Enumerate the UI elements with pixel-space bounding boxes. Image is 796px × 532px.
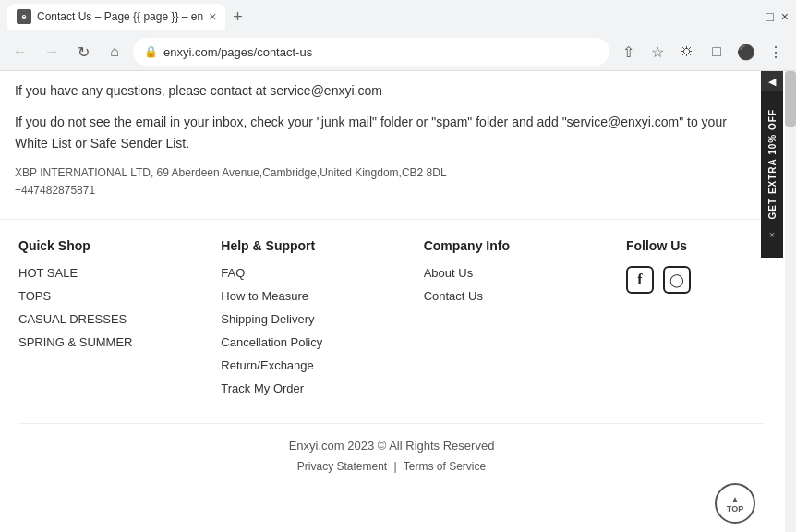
terms-of-service-link[interactable]: Terms of Service bbox=[404, 460, 486, 473]
quick-shop-casual-dresses[interactable]: CASUAL DRESSES bbox=[18, 312, 157, 326]
side-banner[interactable]: GET EXTRA 10% OFF × bbox=[761, 91, 783, 258]
side-banner-text: GET EXTRA 10% OFF bbox=[767, 109, 778, 219]
new-tab-button[interactable]: + bbox=[229, 7, 247, 27]
footer-follow-us: Follow Us f ◯ bbox=[626, 238, 765, 405]
quick-shop-hot-sale[interactable]: HOT SALE bbox=[18, 266, 157, 280]
help-track-order[interactable]: Track My Order bbox=[221, 381, 359, 395]
contact-text-2: If you do not see the email in your inbo… bbox=[15, 112, 761, 153]
menu-icon[interactable]: ⋮ bbox=[763, 39, 789, 65]
contact-address: XBP INTERNATIONAL LTD, 69 Aberdeen Avenu… bbox=[15, 164, 761, 200]
quick-shop-spring-summer[interactable]: SPRING & SUMMER bbox=[18, 335, 157, 349]
browser-tab[interactable]: e Contact Us – Page {{ page }} – en × bbox=[7, 4, 225, 30]
help-faq[interactable]: FAQ bbox=[221, 266, 359, 280]
social-links: f ◯ bbox=[626, 266, 765, 294]
profile-icon[interactable]: ⚫ bbox=[733, 39, 759, 65]
split-view-icon[interactable]: □ bbox=[704, 39, 730, 65]
back-button[interactable]: ← bbox=[7, 39, 33, 65]
privacy-statement-link[interactable]: Privacy Statement bbox=[297, 460, 387, 473]
share-icon[interactable]: ⇧ bbox=[615, 39, 641, 65]
footer-quick-shop: Quick Shop HOT SALE TOPS CASUAL DRESSES … bbox=[18, 238, 157, 405]
side-banner-container: ◀ GET EXTRA 10% OFF × bbox=[761, 71, 783, 258]
scrollbar[interactable] bbox=[785, 71, 796, 532]
help-return-exchange[interactable]: Return/Exchange bbox=[221, 358, 359, 372]
footer-help-support: Help & Support FAQ How to Measure Shippi… bbox=[221, 238, 359, 405]
side-banner-close[interactable]: × bbox=[769, 229, 775, 240]
help-cancellation-policy[interactable]: Cancellation Policy bbox=[221, 335, 359, 349]
help-how-to-measure[interactable]: How to Measure bbox=[221, 289, 359, 303]
browser-chrome: e Contact Us – Page {{ page }} – en × + … bbox=[0, 0, 796, 71]
help-shipping-delivery[interactable]: Shipping Delivery bbox=[221, 312, 359, 326]
url-text: enxyi.com/pages/contact-us bbox=[163, 45, 312, 59]
top-label: TOP bbox=[727, 504, 743, 514]
footer-columns: Quick Shop HOT SALE TOPS CASUAL DRESSES … bbox=[18, 238, 765, 405]
browser-favicon: e bbox=[17, 9, 31, 24]
footer-company-info: Company Info About Us Contact Us bbox=[424, 238, 562, 405]
back-to-top-button[interactable]: ▲ TOP bbox=[715, 483, 755, 524]
instagram-icon[interactable]: ◯ bbox=[663, 266, 691, 294]
browser-tab-title: Contact Us – Page {{ page }} – en bbox=[37, 10, 203, 23]
scrollbar-thumb[interactable] bbox=[785, 71, 796, 127]
window-controls: – □ × bbox=[752, 9, 789, 24]
home-button[interactable]: ⌂ bbox=[102, 39, 127, 65]
close-window-button[interactable]: × bbox=[781, 9, 789, 24]
quick-shop-tops[interactable]: TOPS bbox=[18, 289, 157, 303]
side-banner-arrow-up[interactable]: ◀ bbox=[761, 71, 783, 91]
address-line1: XBP INTERNATIONAL LTD, 69 Aberdeen Avenu… bbox=[15, 164, 761, 182]
page-content: If you have any questions, please contac… bbox=[0, 71, 796, 532]
quick-shop-title: Quick Shop bbox=[18, 238, 157, 253]
contact-text-1: If you have any questions, please contac… bbox=[15, 80, 761, 101]
toolbar-actions: ⇧ ☆ ⛭ □ ⚫ ⋮ bbox=[615, 39, 789, 65]
lock-icon: 🔒 bbox=[144, 45, 158, 58]
footer-copyright: Enxyi.com 2023 © All Rights Reserved bbox=[18, 439, 765, 453]
footer-bottom: Enxyi.com 2023 © All Rights Reserved Pri… bbox=[18, 423, 765, 473]
legal-separator: | bbox=[394, 460, 397, 473]
help-support-title: Help & Support bbox=[221, 238, 359, 253]
url-bar[interactable]: 🔒 enxyi.com/pages/contact-us bbox=[133, 38, 609, 66]
minimize-button[interactable]: – bbox=[752, 9, 759, 24]
main-content: If you have any questions, please contac… bbox=[0, 71, 776, 210]
company-info-title: Company Info bbox=[424, 238, 562, 253]
browser-titlebar: e Contact Us – Page {{ page }} – en × + … bbox=[0, 0, 796, 33]
facebook-icon[interactable]: f bbox=[626, 266, 654, 294]
refresh-button[interactable]: ↻ bbox=[70, 39, 96, 65]
address-line2: +447482875871 bbox=[15, 182, 761, 200]
maximize-button[interactable]: □ bbox=[766, 9, 773, 24]
forward-button[interactable]: → bbox=[39, 39, 65, 65]
footer: Quick Shop HOT SALE TOPS CASUAL DRESSES … bbox=[0, 219, 783, 482]
tab-close-button[interactable]: × bbox=[209, 10, 216, 23]
top-arrow: ▲ bbox=[730, 494, 740, 504]
footer-legal: Privacy Statement | Terms of Service bbox=[18, 460, 765, 473]
browser-addressbar: ← → ↻ ⌂ 🔒 enxyi.com/pages/contact-us ⇧ ☆… bbox=[0, 33, 796, 70]
company-about-us[interactable]: About Us bbox=[424, 266, 562, 280]
extensions-icon[interactable]: ⛭ bbox=[674, 39, 700, 65]
bookmark-icon[interactable]: ☆ bbox=[645, 39, 670, 65]
follow-us-title: Follow Us bbox=[626, 238, 765, 253]
company-contact-us[interactable]: Contact Us bbox=[424, 289, 562, 303]
